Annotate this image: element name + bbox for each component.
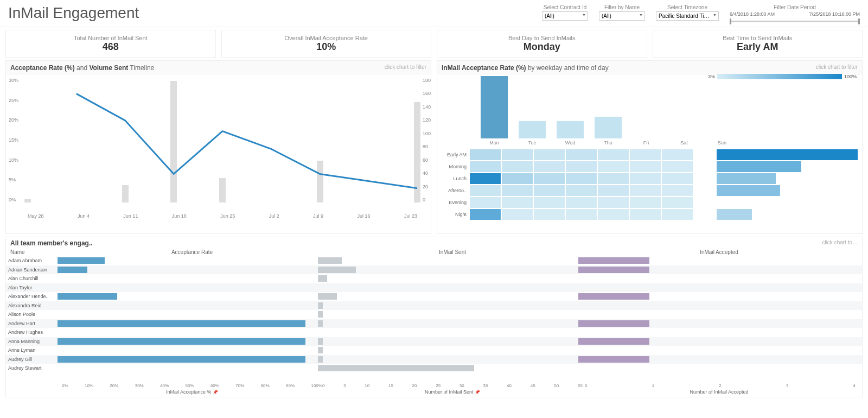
kpi-value: Monday (442, 41, 642, 53)
name-filter-select[interactable]: (All) (599, 11, 645, 21)
table-row[interactable]: Alan Churchill (6, 274, 862, 283)
table-row[interactable]: Audrey Stewart (6, 364, 862, 373)
heatmap-legend: 3% 100% (708, 74, 857, 79)
contract-filter-label: Select Contract Id (542, 4, 588, 10)
table-row[interactable]: Adrian Sanderson (6, 265, 862, 275)
kpi-label: Total Number of InMail Sent (10, 35, 211, 41)
table-row[interactable]: Andrew Hart (6, 319, 862, 328)
kpi-label: Overall InMail Acceptance Rate (226, 35, 427, 41)
table-row[interactable]: Anna Manning (6, 337, 862, 346)
axis-label-acceptance: InMail Acceptance % 📌 (62, 389, 322, 395)
table-row[interactable]: Adam Abraham (6, 256, 862, 265)
team-table-hint: click chart to… (822, 239, 858, 247)
pin-icon: 📌 (475, 390, 480, 395)
kpi-value: 10% (226, 41, 427, 53)
timeline-panel[interactable]: Acceptance Rate (%) and Volume Sent Time… (5, 60, 431, 234)
axis-label-accepted: Number of InMail Accepted (583, 389, 856, 395)
date-from: 6/4/2018 1:28:00 AM (730, 11, 775, 17)
kpi-best-time: Best Time to Send InMails Early AM (653, 30, 863, 58)
date-filter-label: Filter Date Period (730, 4, 860, 10)
filter-bar: Select Contract Id (All) Filter by Name … (542, 4, 860, 22)
date-range-slider[interactable] (730, 21, 860, 22)
axis-label-sent: Number of InMail Sent 📌 (322, 389, 583, 395)
table-row[interactable]: Alison Poole (6, 310, 862, 319)
kpi-total-sent: Total Number of InMail Sent 468 (5, 30, 216, 58)
kpi-label: Best Time to Send InMails (658, 35, 858, 41)
table-row[interactable]: Alexandra Reid (6, 301, 862, 311)
date-to: 7/25/2018 10:16:00 PM (809, 11, 860, 17)
kpi-label: Best Day to Send InMails (442, 35, 642, 41)
team-table-title: All team member's engag.. (10, 239, 93, 247)
heatmap-title: InMail Acceptance Rate (%) by weekday an… (442, 64, 609, 72)
contract-filter-select[interactable]: (All) (542, 11, 588, 21)
timeline-hint: click chart to filter (385, 64, 426, 72)
timeline-chart[interactable]: 0%5%10%15%20%25%30% 02040608010012014016… (28, 78, 417, 224)
page-title: InMail Engagement (8, 4, 139, 22)
timeline-title: Acceptance Rate (%) and Volume Sent Time… (10, 64, 154, 72)
kpi-value: 468 (10, 41, 211, 53)
table-row[interactable]: Andrew Hughes (6, 328, 862, 337)
kpi-best-day: Best Day to Send InMails Monday (437, 30, 647, 58)
table-row[interactable]: Audrey Gill (6, 355, 862, 364)
timezone-filter-select[interactable]: Pacific Standard Ti… (656, 11, 719, 21)
col-sent: InMail Sent (322, 249, 583, 255)
timezone-filter-label: Select Timezone (656, 4, 719, 10)
kpi-value: Early AM (658, 41, 858, 53)
heatmap-panel[interactable]: InMail Acceptance Rate (%) by weekday an… (437, 60, 863, 234)
team-table-panel: All team member's engag.. click chart to… (5, 237, 863, 397)
col-name: Name (10, 249, 62, 255)
table-row[interactable]: Anne Lyman (6, 346, 862, 355)
heatmap-hint: click chart to filter (816, 64, 858, 72)
col-accepted: InMail Accepted (583, 249, 856, 255)
table-row[interactable]: Alan Taylor (6, 283, 862, 293)
kpi-acceptance-rate: Overall InMail Acceptance Rate 10% (221, 30, 432, 58)
table-row[interactable]: Alexander Hende.. (6, 292, 862, 301)
name-filter-label: Filter by Name (599, 4, 645, 10)
team-table-rows[interactable]: Adam AbrahamAdrian SandersonAlan Churchi… (6, 256, 862, 382)
col-acceptance: Acceptance Rate (62, 249, 322, 255)
pin-icon: 📌 (213, 390, 218, 395)
